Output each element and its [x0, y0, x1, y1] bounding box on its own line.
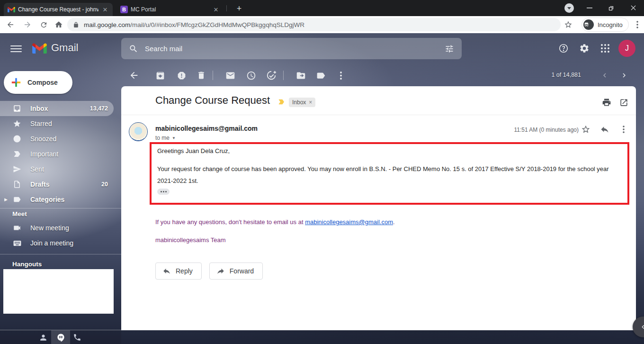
search-icon[interactable] — [129, 44, 138, 54]
gmail-app: Gmail J 1 of 14,881 Compose — [0, 33, 644, 344]
inbox-icon — [12, 104, 22, 113]
home-icon[interactable] — [53, 19, 64, 30]
remove-label-icon[interactable]: × — [309, 99, 312, 106]
annotation-highlight-box: Greetings Juan Dela Cruz, Your request f… — [150, 142, 629, 205]
star-icon — [12, 119, 22, 128]
reply-arrow-icon — [162, 267, 171, 275]
forward-button[interactable]: Forward — [209, 263, 263, 280]
older-email-icon[interactable] — [618, 70, 630, 81]
browser-toolbar: mail.google.com/mail/u/0/#inbox/FMfcgzGk… — [0, 16, 644, 33]
bookmark-star-icon[interactable] — [563, 19, 574, 30]
sidebar-divider — [0, 254, 121, 254]
browser-menu-icon[interactable] — [632, 19, 643, 30]
categories-expander-icon[interactable]: ▶ — [4, 197, 8, 202]
new-tab-button[interactable]: + — [233, 3, 245, 14]
tab-title: Change Course Request - johnvin — [18, 6, 98, 13]
email-reading-panel: Change Course Request Inbox × mabinicoll… — [121, 86, 636, 330]
tab-divider — [226, 5, 227, 11]
toolbar-divider — [283, 71, 284, 80]
label-icon[interactable] — [315, 70, 326, 81]
tune-icon[interactable] — [445, 44, 454, 54]
browser-window: Change Course Request - johnvin ✕ B MC P… — [0, 0, 644, 344]
gmail-favicon-icon — [8, 7, 15, 12]
contact-email-link[interactable]: mabinicollegesaims@gmail.com — [305, 218, 393, 226]
gmail-logo-text: Gmail — [51, 42, 78, 54]
snooze-icon[interactable] — [245, 70, 257, 81]
tab-close-icon[interactable]: ✕ — [101, 6, 109, 13]
star-email-icon[interactable] — [581, 124, 591, 135]
show-trimmed-content-button[interactable] — [157, 189, 170, 195]
inbox-label-chip[interactable]: Inbox × — [289, 98, 315, 107]
sidebar-item-inbox[interactable]: Inbox 13,472 — [0, 101, 114, 116]
phone-icon[interactable] — [72, 332, 83, 343]
response-buttons: Reply Forward — [155, 263, 263, 280]
tab-strip: Change Course Request - johnvin ✕ B MC P… — [0, 0, 644, 16]
help-icon[interactable] — [557, 42, 570, 54]
email-body: Your request for change of course has be… — [157, 163, 622, 187]
email-timestamp: 11:51 AM (0 minutes ago) — [514, 127, 579, 133]
restore-button[interactable] — [600, 0, 622, 16]
open-in-new-icon[interactable] — [618, 97, 629, 108]
gmail-logo-icon — [32, 43, 47, 54]
incognito-badge: Incognito — [581, 18, 629, 32]
forward-icon[interactable] — [22, 19, 33, 30]
sidebar-item-sent[interactable]: Sent — [0, 162, 114, 177]
main-menu-icon[interactable] — [10, 43, 22, 54]
hangouts-chat-icon[interactable] — [55, 332, 66, 343]
search-bar[interactable] — [121, 38, 462, 59]
more-actions-icon[interactable] — [335, 70, 347, 81]
compose-button[interactable]: Compose — [4, 71, 72, 94]
add-to-tasks-icon[interactable] — [266, 70, 277, 81]
gear-icon[interactable] — [578, 42, 590, 54]
incognito-icon — [583, 19, 594, 30]
delete-icon[interactable] — [196, 70, 207, 81]
back-to-inbox-icon[interactable] — [128, 70, 140, 81]
archive-icon[interactable] — [154, 70, 166, 81]
sidebar-divider — [0, 208, 121, 208]
tab-gmail[interactable]: Change Course Request - johnvin ✕ — [4, 3, 113, 16]
url-text: mail.google.com/mail/u/0/#inbox/FMfcgzGk… — [84, 21, 304, 28]
close-window-button[interactable] — [622, 0, 644, 16]
email-greeting: Greetings Juan Dela Cruz, — [157, 147, 622, 155]
more-email-options-icon[interactable] — [618, 124, 629, 135]
contacts-person-icon[interactable] — [37, 332, 49, 343]
sidebar-item-important[interactable]: Important — [0, 146, 114, 162]
meet-section-header: Meet — [12, 210, 27, 217]
back-icon[interactable] — [5, 19, 16, 30]
sender-email: mabinicollegesaims@gmail.com — [155, 125, 258, 132]
sidebar-item-join-meeting[interactable]: Join a meeting — [0, 235, 114, 251]
sidebar-item-starred[interactable]: Starred — [0, 116, 114, 131]
sidebar-item-drafts[interactable]: Drafts 20 — [0, 177, 114, 192]
sidebar-item-new-meeting[interactable]: New meeting — [0, 220, 114, 235]
sidebar-item-categories[interactable]: ▶ Categories — [0, 192, 114, 207]
recipient-dropdown[interactable]: to me▼ — [155, 135, 176, 141]
reload-icon[interactable] — [38, 19, 49, 30]
tab-mc-portal[interactable]: B MC Portal ✕ — [116, 3, 224, 16]
apps-grid-icon[interactable] — [599, 42, 611, 54]
importance-marker-icon — [277, 98, 285, 106]
print-icon[interactable] — [601, 97, 612, 108]
report-spam-icon[interactable] — [176, 70, 187, 81]
sidebar-bottom-bar — [0, 330, 121, 344]
draft-icon — [12, 180, 22, 189]
minimize-button[interactable] — [579, 0, 600, 16]
toolbar-divider — [213, 71, 213, 80]
mark-unread-icon[interactable] — [224, 70, 236, 81]
gmail-logo[interactable]: Gmail — [32, 42, 78, 54]
move-to-icon[interactable] — [295, 70, 306, 81]
reply-icon[interactable] — [599, 124, 610, 135]
address-bar[interactable]: mail.google.com/mail/u/0/#inbox/FMfcgzGk… — [67, 18, 561, 31]
search-input[interactable] — [145, 45, 438, 53]
tab-title: MC Portal — [131, 6, 209, 13]
video-camera-icon — [12, 223, 22, 233]
profile-chevron-icon[interactable] — [564, 3, 574, 13]
send-icon — [12, 164, 22, 174]
account-avatar[interactable]: J — [618, 40, 635, 57]
newer-email-icon[interactable] — [599, 70, 610, 81]
sidebar-item-snoozed[interactable]: Snoozed — [0, 131, 114, 146]
reply-button[interactable]: Reply — [155, 263, 202, 280]
tab-close-icon[interactable]: ✕ — [212, 6, 220, 13]
important-marker-icon — [12, 149, 22, 159]
tag-icon — [12, 195, 22, 204]
email-subject: Change Course Request — [155, 94, 270, 107]
